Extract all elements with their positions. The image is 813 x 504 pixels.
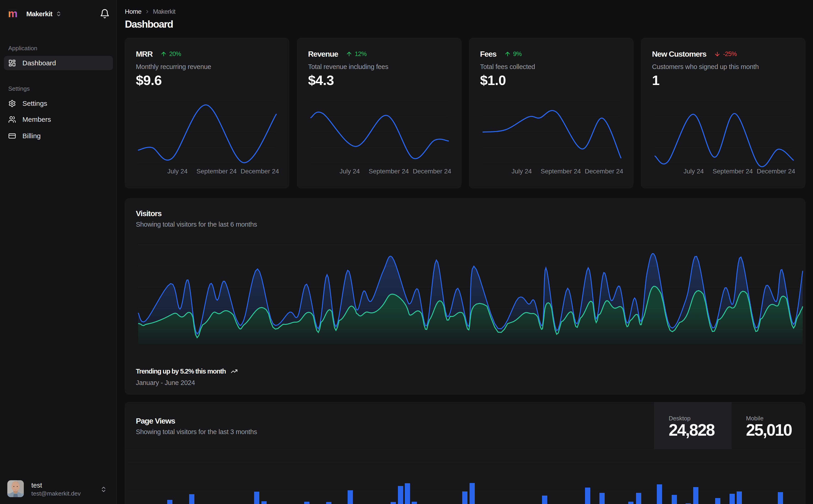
svg-text:m: m bbox=[8, 8, 18, 19]
